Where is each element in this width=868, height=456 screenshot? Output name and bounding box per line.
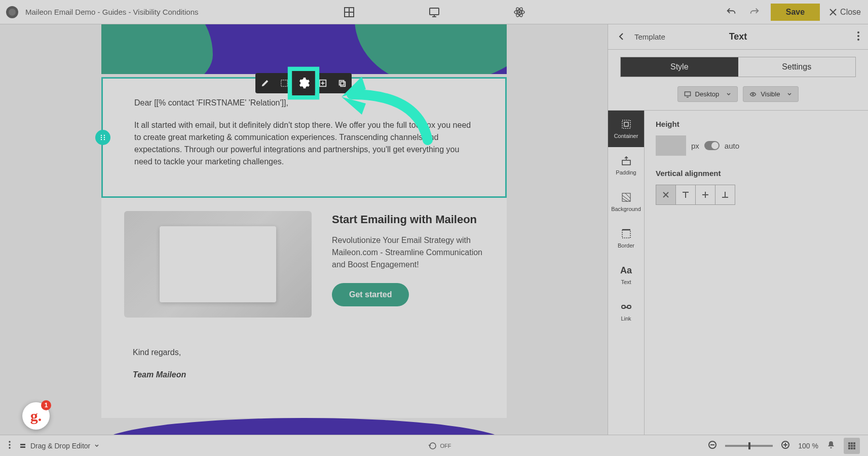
editor-mode-label: Drag & Drop Editor xyxy=(30,442,90,450)
svg-rect-63 xyxy=(851,445,853,447)
toolbar-edit-icon[interactable] xyxy=(255,73,275,93)
vtab-link[interactable]: Link xyxy=(608,293,644,330)
breadcrumb: Maileon Email Demo - Guides - Visibility… xyxy=(25,8,199,16)
properties-area: Height px auto Vertical alignment xyxy=(645,111,868,435)
svg-point-26 xyxy=(857,35,859,37)
vtab-border-label: Border xyxy=(618,242,634,249)
height-controls: px auto xyxy=(656,135,857,156)
drag-handle-icon[interactable] xyxy=(95,130,110,145)
zoom-label: 100 % xyxy=(798,442,818,450)
svg-rect-40 xyxy=(627,305,631,308)
device-chip-label: Desktop xyxy=(695,90,720,98)
close-button[interactable]: Close xyxy=(829,8,861,17)
svg-point-25 xyxy=(857,31,859,33)
svg-rect-65 xyxy=(848,447,850,449)
bottom-more-icon[interactable] xyxy=(8,440,11,451)
bottom-right-controls: 100 % xyxy=(708,438,860,454)
svg-point-16 xyxy=(104,137,105,138)
visibility-chip-label: Visible xyxy=(761,90,780,98)
kind-regards: Kind regards, xyxy=(133,348,475,357)
valign-none-button[interactable] xyxy=(656,185,676,205)
svg-rect-67 xyxy=(853,447,855,449)
height-auto-label: auto xyxy=(725,142,739,150)
panel-body: Container Padding Background Border Aa T… xyxy=(608,110,868,435)
valign-bottom-button[interactable] xyxy=(715,185,735,205)
toolbar-select-icon[interactable] xyxy=(275,73,294,93)
vtab-text-label: Text xyxy=(621,279,631,285)
height-input[interactable] xyxy=(656,135,686,156)
zoom-out-icon[interactable] xyxy=(708,440,717,451)
editor-mode-dropdown[interactable]: Drag & Drop Editor xyxy=(19,442,99,450)
vtab-text[interactable]: Aa Text xyxy=(608,257,644,293)
panel-back-label[interactable]: Template xyxy=(634,32,665,41)
promo-paragraph: Revolutionize Your Email Strategy with M… xyxy=(332,234,484,271)
assistant-badge[interactable]: g. 1 xyxy=(22,402,50,430)
link-icon xyxy=(621,301,632,312)
valign-middle-button[interactable] xyxy=(695,185,715,205)
save-button[interactable]: Save xyxy=(771,4,820,21)
tab-style[interactable]: Style xyxy=(621,57,738,77)
vtab-background[interactable]: Background xyxy=(608,184,644,220)
svg-rect-33 xyxy=(622,160,630,165)
atom-icon[interactable] xyxy=(512,5,526,19)
promo-image xyxy=(124,211,312,318)
toolbar-settings-icon[interactable] xyxy=(292,71,315,95)
vertical-tabs: Container Padding Background Border Aa T… xyxy=(608,111,645,435)
device-chip[interactable]: Desktop xyxy=(677,86,738,102)
svg-rect-39 xyxy=(622,305,625,308)
vtab-container[interactable]: Container xyxy=(608,111,644,147)
zoom-in-icon[interactable] xyxy=(781,440,790,451)
svg-point-18 xyxy=(104,139,105,140)
chevron-down-icon xyxy=(726,92,731,97)
close-label: Close xyxy=(840,8,861,17)
layout-icon[interactable] xyxy=(342,5,356,19)
svg-point-51 xyxy=(9,447,10,448)
panel-header: Template Text xyxy=(608,24,868,50)
right-panel: Template Text Style Settings Desktop Vis… xyxy=(608,24,868,435)
app-logo xyxy=(6,6,18,18)
panel-tabbar: Style Settings xyxy=(620,57,856,77)
svg-point-49 xyxy=(9,441,10,442)
cta-button[interactable]: Get started xyxy=(332,283,409,306)
svg-rect-53 xyxy=(20,446,25,448)
preview-toggle-state: OFF xyxy=(440,443,451,449)
panel-more-icon[interactable] xyxy=(857,31,860,43)
vtab-link-label: Link xyxy=(621,315,631,322)
svg-point-17 xyxy=(101,139,102,140)
work-area: Dear [[% contact 'FIRSTNAME' 'Relation']… xyxy=(0,24,868,435)
desktop-icon xyxy=(684,91,691,98)
vtab-padding-label: Padding xyxy=(616,169,636,176)
height-auto-toggle[interactable] xyxy=(704,141,720,150)
redo-icon[interactable] xyxy=(747,5,762,19)
svg-rect-64 xyxy=(853,445,855,447)
preview-toggle[interactable]: OFF xyxy=(428,441,451,450)
zoom-slider[interactable] xyxy=(725,445,773,447)
tab-settings[interactable]: Settings xyxy=(738,57,856,77)
vtab-padding[interactable]: Padding xyxy=(608,147,644,184)
container-icon xyxy=(621,119,632,130)
back-arrow-icon[interactable] xyxy=(616,31,627,43)
height-label: Height xyxy=(656,120,857,128)
svg-rect-61 xyxy=(853,442,855,444)
vtab-border[interactable]: Border xyxy=(608,220,644,257)
footer-band xyxy=(101,418,507,435)
svg-point-50 xyxy=(9,444,10,445)
close-icon xyxy=(829,8,837,16)
svg-point-10 xyxy=(518,11,520,13)
desktop-preview-icon[interactable] xyxy=(427,5,441,19)
undo-icon[interactable] xyxy=(724,5,738,19)
svg-line-38 xyxy=(625,193,630,198)
visibility-chip[interactable]: Visible xyxy=(743,86,799,102)
apps-grid-icon[interactable] xyxy=(844,438,860,454)
background-icon xyxy=(621,192,632,203)
svg-rect-52 xyxy=(20,444,25,445)
canvas-wrap: Dear [[% contact 'FIRSTNAME' 'Relation']… xyxy=(0,24,608,435)
svg-rect-31 xyxy=(622,120,630,128)
valign-top-button[interactable] xyxy=(675,185,696,205)
padding-icon xyxy=(621,155,632,166)
top-right-controls: Save Close xyxy=(724,4,861,21)
bell-icon[interactable] xyxy=(826,440,836,451)
svg-rect-28 xyxy=(685,92,690,96)
svg-rect-62 xyxy=(848,445,850,447)
svg-rect-59 xyxy=(848,442,850,444)
